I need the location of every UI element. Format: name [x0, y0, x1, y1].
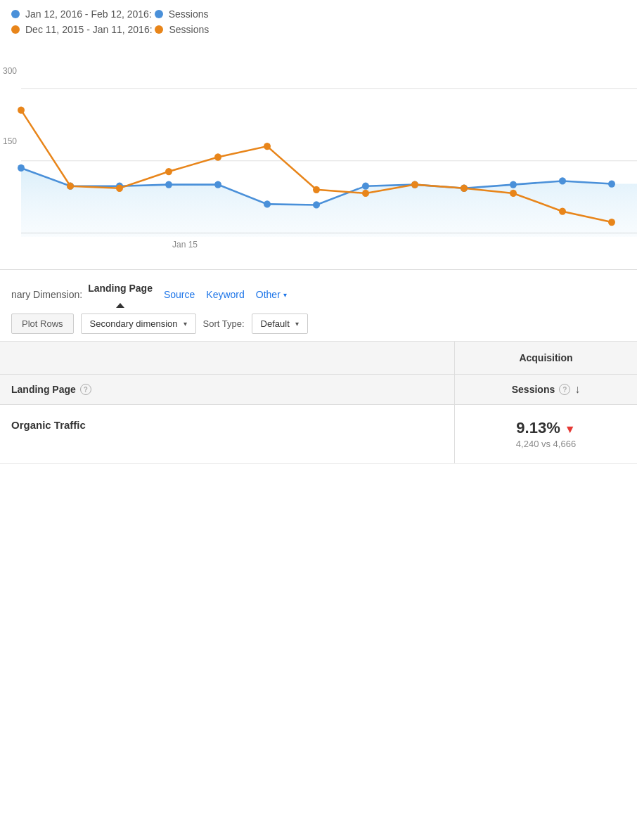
svg-point-28 [559, 208, 566, 215]
sessions-label: Sessions [512, 384, 555, 395]
source-link[interactable]: Source [164, 289, 195, 300]
legend-row-2: Dec 11, 2015 - Jan 11, 2016: Sessions [11, 24, 626, 35]
svg-point-23 [313, 186, 320, 193]
sort-default-label: Default [261, 318, 290, 329]
svg-point-25 [411, 181, 418, 188]
svg-point-22 [264, 143, 271, 150]
blue-dot [11, 10, 20, 18]
landing-page-help-icon[interactable]: ? [80, 384, 91, 395]
sessions-sort-arrow[interactable]: ↓ [574, 383, 580, 396]
data-table: Acquisition Landing Page ? Sessions ? ↓ … [0, 342, 637, 464]
metric-down-arrow: ▼ [565, 423, 576, 435]
primary-dimension-row: nary Dimension: Landing Page Source Keyw… [0, 270, 637, 306]
svg-point-7 [165, 181, 172, 188]
plot-rows-button[interactable]: Plot Rows [11, 314, 74, 334]
table-row: Organic Traffic 9.13% ▼ 4,240 vs 4,666 [0, 405, 637, 464]
legend-metric-1: Sessions [169, 8, 209, 20]
legend-row-1: Jan 12, 2016 - Feb 12, 2016: Sessions [11, 8, 626, 20]
metric-value-text: 9.13% [516, 419, 560, 437]
sort-default-button[interactable]: Default ▾ [252, 314, 308, 334]
y-label-150: 150 [3, 136, 17, 146]
svg-point-29 [608, 219, 615, 226]
legend-date-1: Jan 12, 2016 - Feb 12, 2016: [25, 8, 152, 20]
svg-point-16 [608, 180, 615, 187]
svg-point-19 [116, 185, 123, 192]
keyword-link[interactable]: Keyword [206, 289, 244, 300]
svg-point-20 [165, 168, 172, 175]
sort-default-caret: ▾ [295, 320, 299, 328]
svg-point-10 [313, 201, 320, 208]
primary-dimension-label: nary Dimension: [11, 289, 82, 300]
landing-page-header-cell: Landing Page ? [0, 375, 454, 404]
svg-point-24 [362, 190, 369, 197]
svg-marker-3 [21, 168, 637, 237]
organic-traffic-text: Organic Traffic [11, 419, 86, 431]
table-col-left-spacer [0, 342, 454, 374]
secondary-dimension-caret: ▾ [184, 320, 187, 328]
sessions-header-cell: Sessions ? ↓ [454, 375, 637, 404]
sessions-header-text: Sessions ? ↓ [512, 383, 580, 396]
y-label-300: 300 [3, 66, 17, 76]
svg-point-8 [214, 181, 221, 188]
table-sub-header: Landing Page ? Sessions ? ↓ [0, 375, 637, 405]
blue-dot-2 [155, 10, 163, 18]
acquisition-header-cell: Acquisition [454, 342, 637, 374]
x-label-jan15: Jan 15 [172, 240, 198, 250]
svg-point-27 [510, 190, 517, 197]
svg-point-11 [362, 183, 369, 190]
acquisition-header-text: Acquisition [519, 352, 572, 363]
active-indicator-arrow [116, 303, 124, 308]
legend-metric-2: Sessions [169, 24, 209, 35]
svg-point-15 [559, 177, 566, 184]
sessions-help-icon[interactable]: ? [559, 384, 570, 395]
table-header-acquisition: Acquisition [0, 342, 637, 375]
organic-traffic-value: 9.13% ▼ [466, 419, 626, 437]
orange-dot-2 [155, 25, 163, 34]
svg-point-26 [461, 185, 468, 192]
chart-svg [0, 45, 637, 269]
chart-legend: Jan 12, 2016 - Feb 12, 2016: Sessions De… [0, 0, 637, 45]
organic-traffic-label: Organic Traffic [0, 405, 454, 463]
other-dropdown[interactable]: Other ▾ [256, 289, 287, 300]
svg-point-4 [18, 164, 25, 172]
orange-dot [11, 25, 20, 34]
svg-point-21 [214, 153, 221, 160]
active-dimension: Landing Page [88, 283, 153, 306]
active-dimension-text: Landing Page [88, 283, 153, 294]
svg-point-17 [18, 106, 25, 113]
other-dropdown-label: Other [256, 289, 281, 300]
line-chart: 300 150 Jan 15 [0, 45, 637, 270]
toolbar-row: Plot Rows Secondary dimension ▾ Sort Typ… [0, 306, 637, 342]
organic-traffic-metric: 9.13% ▼ 4,240 vs 4,666 [454, 405, 637, 463]
svg-point-14 [510, 181, 517, 188]
landing-page-header-text: Landing Page [11, 384, 76, 395]
secondary-dimension-button[interactable]: Secondary dimension ▾ [81, 314, 196, 334]
other-dropdown-arrow: ▾ [283, 291, 287, 299]
sort-type-label: Sort Type: [203, 318, 245, 329]
secondary-dimension-label: Secondary dimension [90, 318, 178, 329]
organic-traffic-comparison: 4,240 vs 4,666 [466, 439, 626, 449]
svg-point-9 [264, 200, 271, 207]
legend-date-2: Dec 11, 2015 - Jan 11, 2016: [25, 24, 153, 35]
svg-point-18 [67, 183, 74, 190]
